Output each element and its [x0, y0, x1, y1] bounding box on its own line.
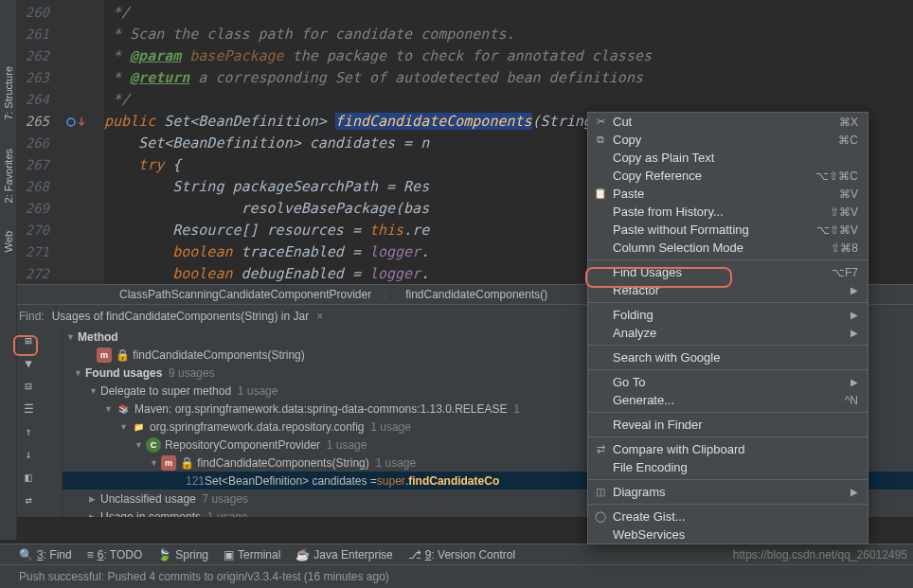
menu-refactor[interactable]: Refactor▶	[588, 281, 868, 299]
tab-java-enterprise[interactable]: ☕ Java Enterprise	[295, 548, 392, 561]
menu-find-usages[interactable]: Find Usages⌥F7	[588, 263, 868, 281]
github-icon: ◯	[594, 510, 607, 524]
menu-copy[interactable]: ⧉Copy⌘C	[588, 131, 868, 149]
menu-separator	[588, 302, 868, 303]
menu-create-gist[interactable]: ◯Create Gist...	[588, 508, 868, 526]
menu-copy-ref[interactable]: Copy Reference⌥⇧⌘C	[588, 167, 868, 185]
tab-web[interactable]: Web	[3, 231, 14, 252]
class-icon: C	[146, 437, 161, 453]
preview-icon[interactable]: ◧	[19, 468, 38, 487]
menu-compare-clipboard[interactable]: ⇄Compare with Clipboard	[588, 440, 868, 458]
gutter-icons	[66, 0, 104, 284]
menu-folding[interactable]: Folding▶	[588, 306, 868, 324]
status-bar: Push successful: Pushed 4 commits to ori…	[0, 564, 913, 588]
tab-favorites[interactable]: 2: Favorites	[3, 149, 14, 203]
menu-separator	[588, 437, 868, 437]
context-menu[interactable]: ✂Cut⌘X ⧉Copy⌘C Copy as Plain Text Copy R…	[587, 112, 868, 544]
compare-icon: ⇄	[594, 443, 607, 456]
menu-column-select[interactable]: Column Selection Mode⇧⌘8	[588, 239, 868, 257]
menu-diagrams[interactable]: ◫Diagrams▶	[588, 483, 868, 501]
menu-paste[interactable]: 📋Paste⌘V	[588, 185, 868, 203]
tab-spring[interactable]: 🍃 Spring	[157, 548, 208, 561]
menu-separator	[588, 369, 868, 370]
watermark: https://blog.csdn.net/qq_26012495	[733, 548, 907, 561]
paste-icon: 📋	[594, 187, 607, 201]
menu-goto[interactable]: Go To▶	[588, 373, 868, 391]
menu-reveal-finder[interactable]: Reveal in Finder	[588, 416, 868, 434]
submenu-icon: ▶	[850, 487, 858, 497]
menu-separator	[588, 504, 868, 505]
copy-icon: ⧉	[594, 134, 607, 147]
menu-separator	[588, 412, 868, 413]
menu-search-google[interactable]: Search with Google	[588, 348, 868, 366]
find-title: Usages of findCandidateComponents(String…	[52, 310, 309, 323]
code-line: */	[104, 4, 130, 21]
override-icon[interactable]	[66, 111, 85, 133]
tab-version-control[interactable]: ⎇ 9: Version Control	[408, 548, 515, 561]
group-icon[interactable]: ☰	[19, 400, 38, 419]
menu-separator	[588, 345, 868, 346]
menu-analyze[interactable]: Analyze▶	[588, 324, 868, 342]
down-icon[interactable]: ↓	[19, 445, 38, 464]
gear-highlight	[13, 335, 38, 356]
breadcrumb-class[interactable]: ClassPathScanningCandidateComponentProvi…	[114, 288, 377, 301]
selected-method[interactable]: findCandidateComponents	[335, 113, 532, 130]
menu-separator	[588, 479, 868, 480]
breadcrumb-sep: 〉	[377, 287, 400, 303]
package-icon: 📁	[131, 419, 146, 435]
filter-icon[interactable]: ▼	[19, 354, 38, 373]
breadcrumb-method[interactable]: findCandidateComponents()	[400, 288, 553, 301]
find-label: Find:	[19, 310, 45, 323]
method-icon: m	[161, 455, 176, 471]
menu-paste-history[interactable]: Paste from History...⇧⌘V	[588, 203, 868, 221]
menu-copy-plain[interactable]: Copy as Plain Text	[588, 149, 868, 167]
cut-icon: ✂	[594, 116, 607, 129]
method-icon: m	[97, 347, 112, 363]
menu-separator	[588, 259, 868, 260]
scroll-icon[interactable]: ⇄	[19, 490, 38, 509]
side-tool-tabs: 7: Structure 2: Favorites Web	[0, 0, 17, 540]
menu-file-encoding[interactable]: File Encoding	[588, 458, 868, 476]
submenu-icon: ▶	[850, 285, 858, 295]
menu-generate[interactable]: Generate...^N	[588, 391, 868, 409]
submenu-icon: ▶	[850, 377, 858, 387]
code-line: * Scan the class path for candidate comp…	[104, 26, 514, 43]
svg-point-0	[67, 118, 75, 126]
collapse-icon[interactable]: ⊟	[19, 377, 38, 396]
status-text: Push successful: Pushed 4 commits to ori…	[19, 570, 389, 583]
tab-find[interactable]: 🔍 3: Find	[19, 548, 72, 561]
maven-icon: 📚	[116, 401, 131, 417]
tab-structure[interactable]: 7: Structure	[3, 66, 14, 120]
tab-todo[interactable]: ≡ 6: TODO	[87, 548, 143, 561]
menu-webservices[interactable]: WebServices	[588, 526, 868, 543]
submenu-icon: ▶	[850, 310, 858, 320]
menu-paste-nofmt[interactable]: Paste without Formatting⌥⇧⌘V	[588, 221, 868, 239]
tree-toolbar: ⊞ ▼ ⊟ ☰ ↑ ↓ ◧ ⇄	[17, 328, 63, 517]
close-icon[interactable]: ×	[316, 310, 323, 323]
menu-cut[interactable]: ✂Cut⌘X	[588, 113, 868, 131]
tab-terminal[interactable]: ▣ Terminal	[224, 548, 280, 561]
submenu-icon: ▶	[850, 328, 858, 338]
diagram-icon: ◫	[594, 486, 607, 499]
up-icon[interactable]: ↑	[19, 422, 38, 441]
